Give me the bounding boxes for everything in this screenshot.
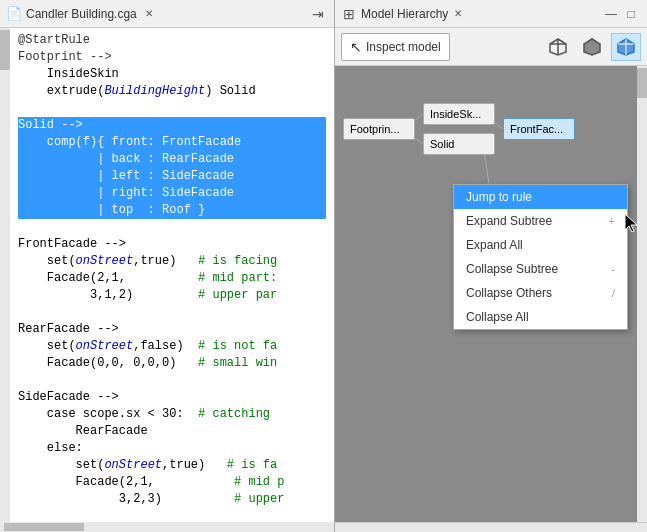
left-titlebar: 📄 Candler Building.cga ✕ ⇥ bbox=[0, 0, 334, 28]
code-line bbox=[18, 372, 326, 389]
context-menu-collapse-subtree[interactable]: Collapse Subtree - bbox=[454, 257, 627, 281]
collapse-all-label: Collapse All bbox=[466, 310, 529, 324]
code-line: | right: SideFacade bbox=[18, 185, 326, 202]
code-line bbox=[18, 219, 326, 236]
model-view[interactable]: Footprin... InsideSk... FrontFac... Soli… bbox=[335, 66, 647, 522]
right-scrollbar-thumb[interactable] bbox=[637, 68, 647, 98]
bottom-scrollbar-thumb[interactable] bbox=[4, 523, 84, 531]
code-line: Facade(2,1, # mid part: bbox=[18, 270, 326, 287]
cube-outline-button[interactable] bbox=[543, 33, 573, 61]
split-button[interactable]: ⇥ bbox=[308, 4, 328, 24]
collapse-subtree-shortcut: - bbox=[611, 263, 615, 275]
context-menu-expand-all[interactable]: Expand All bbox=[454, 233, 627, 257]
context-menu-collapse-others[interactable]: Collapse Others / bbox=[454, 281, 627, 305]
code-line: @StartRule bbox=[18, 32, 326, 49]
right-scrollbar[interactable] bbox=[637, 66, 647, 522]
code-line: RearFacade bbox=[18, 423, 326, 440]
right-titlebar: ⊞ Model Hierarchy ✕ — □ bbox=[335, 0, 647, 28]
scrollbar-thumb[interactable] bbox=[0, 30, 10, 70]
code-line: 3,1,2) # upper par bbox=[18, 287, 326, 304]
inspect-model-button[interactable]: ↖ Inspect model bbox=[341, 33, 450, 61]
minimize-button[interactable]: — bbox=[603, 6, 619, 22]
vertical-scrollbar[interactable] bbox=[0, 28, 10, 522]
context-menu: Jump to rule Expand Subtree + Expand All… bbox=[453, 184, 628, 330]
code-line: RearFacade --> bbox=[18, 321, 326, 338]
code-line: set(onStreet,false) # is not fa bbox=[18, 338, 326, 355]
code-line: extrude(BuildingHeight) Solid bbox=[18, 83, 326, 100]
maximize-button[interactable]: □ bbox=[623, 6, 639, 22]
code-line: set(onStreet,true) # is facing bbox=[18, 253, 326, 270]
expand-all-label: Expand All bbox=[466, 238, 523, 252]
expand-subtree-label: Expand Subtree bbox=[466, 214, 552, 228]
code-content[interactable]: @StartRuleFootprint --> InsideSkin extru… bbox=[10, 28, 334, 522]
collapse-subtree-label: Collapse Subtree bbox=[466, 262, 558, 276]
cube-active-button[interactable] bbox=[611, 33, 641, 61]
right-titlebar-buttons: — □ bbox=[603, 6, 639, 22]
collapse-others-shortcut: / bbox=[612, 287, 615, 299]
node-frontfacade[interactable]: FrontFac... bbox=[503, 118, 575, 140]
code-line: set(onStreet,true) # is fa bbox=[18, 457, 326, 474]
cube-solid-button[interactable] bbox=[577, 33, 607, 61]
code-line: FrontFacade --> bbox=[18, 236, 326, 253]
code-line: else: bbox=[18, 440, 326, 457]
context-menu-jump-to-rule[interactable]: Jump to rule bbox=[454, 185, 627, 209]
cursor-icon: ↖ bbox=[350, 39, 362, 55]
code-line bbox=[18, 100, 326, 117]
collapse-others-label: Collapse Others bbox=[466, 286, 552, 300]
node-footprint-label: Footprin... bbox=[350, 123, 400, 135]
code-line: Facade(2,1, # mid p bbox=[18, 474, 326, 491]
left-tab-close[interactable]: ✕ bbox=[145, 8, 153, 19]
node-solid[interactable]: Solid bbox=[423, 133, 495, 155]
jump-to-rule-label: Jump to rule bbox=[466, 190, 532, 204]
code-line: | left : SideFacade bbox=[18, 168, 326, 185]
context-menu-expand-subtree[interactable]: Expand Subtree + bbox=[454, 209, 627, 233]
code-line: Solid --> bbox=[18, 117, 326, 134]
code-line: | top : Roof } bbox=[18, 202, 326, 219]
code-line: 3,2,3) # upper bbox=[18, 491, 326, 508]
code-area: @StartRuleFootprint --> InsideSkin extru… bbox=[0, 28, 334, 522]
node-insideskin[interactable]: InsideSk... bbox=[423, 103, 495, 125]
bottom-bar-right bbox=[335, 522, 647, 532]
node-frontfacade-label: FrontFac... bbox=[510, 123, 563, 135]
right-titlebar-close[interactable]: ✕ bbox=[454, 8, 462, 19]
node-footprint[interactable]: Footprin... bbox=[343, 118, 415, 140]
code-line: case scope.sx < 30: # catching bbox=[18, 406, 326, 423]
file-icon: 📄 bbox=[6, 6, 22, 21]
toolbar: ↖ Inspect model bbox=[335, 28, 647, 66]
left-tab-label: Candler Building.cga bbox=[26, 7, 137, 21]
node-insideskin-label: InsideSk... bbox=[430, 108, 481, 120]
code-line: | back : RearFacade bbox=[18, 151, 326, 168]
hierarchy-icon: ⊞ bbox=[343, 6, 355, 22]
right-titlebar-label: Model Hierarchy bbox=[361, 7, 448, 21]
left-panel: 📄 Candler Building.cga ✕ ⇥ @StartRuleFoo… bbox=[0, 0, 335, 532]
svg-marker-3 bbox=[584, 39, 600, 55]
code-line: comp(f){ front: FrontFacade bbox=[18, 134, 326, 151]
right-panel: ⊞ Model Hierarchy ✕ — □ ↖ Inspect model bbox=[335, 0, 647, 532]
expand-subtree-shortcut: + bbox=[609, 215, 615, 227]
code-line: Facade(0,0, 0,0,0) # small win bbox=[18, 355, 326, 372]
code-line: Footprint --> bbox=[18, 49, 326, 66]
context-menu-collapse-all[interactable]: Collapse All bbox=[454, 305, 627, 329]
code-line: InsideSkin bbox=[18, 66, 326, 83]
inspect-model-label: Inspect model bbox=[366, 40, 441, 54]
code-line bbox=[18, 304, 326, 321]
code-line: SideFacade --> bbox=[18, 389, 326, 406]
bottom-scrollbar[interactable] bbox=[0, 522, 334, 532]
node-solid-label: Solid bbox=[430, 138, 454, 150]
